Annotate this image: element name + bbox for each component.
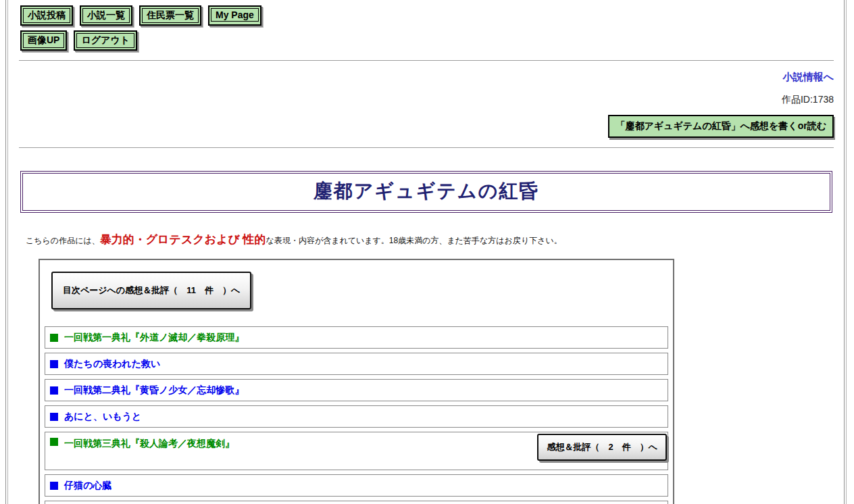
nav-button-label: ログアウト [76,33,134,48]
work-id-label: 作品ID:1738 [8,94,834,106]
warning-text-highlight: 暴力的・グロテスクおよび 性的 [100,233,266,246]
chapter-row: あにと、いもうと [45,405,668,428]
frame-border-left-outer [5,0,6,504]
header-info: 小説情報へ 作品ID:1738 「鏖都アギュギテムの紅昏」へ感想を書くor読む [8,71,845,138]
chapter-bullet-square [50,386,58,395]
main-frame: 小説投稿小説一覧住民票一覧My Page 画像UPログアウト 小説情報へ 作品I… [8,0,845,504]
chapter-row: 僕たちの喪われた救い [45,353,668,375]
divider-header-bottom [19,147,834,149]
chapter-link[interactable]: 一回戦第一典礼『外道ノ滅却／拳殺原理』 [64,332,244,344]
novel-info-link[interactable]: 小説情報へ [783,71,834,82]
nav-button[interactable]: ログアウト [74,30,137,51]
warning-text-post: な表現・内容が含まれています。18歳未満の方、また苦手な方はお戻り下さい。 [266,236,562,245]
chapter-feedback-button[interactable]: 感想＆批評（ 2 件 ）へ [537,434,667,461]
novel-title-banner: 鏖都アギュギテムの紅昏 [20,171,832,213]
nav-button-label: My Page [211,8,259,22]
nav-button[interactable]: My Page [208,5,261,26]
divider-top [19,60,834,61]
nav-button-label: 小説投稿 [23,8,70,23]
chapter-link[interactable]: 仔猫の心臓 [64,480,111,492]
nav-button-label: 画像UP [23,33,64,48]
chapter-row: 一回戦第一典礼『外道ノ滅却／拳殺原理』 [45,326,668,349]
nav-button[interactable]: 住民票一覧 [139,5,201,26]
page: { "nav": { "row1": ["小説投稿", "小説一覧", "住民票… [0,0,854,504]
chapter-link[interactable]: あにと、いもうと [64,411,141,423]
nav-button[interactable]: 画像UP [20,30,67,51]
chapter-row: 一回戦第二典礼『黄昏ノ少女／忘却惨歌』 [45,379,668,401]
chapter-row: 一回戦第三典礼『殺人論考／夜想魔剣』感想＆批評（ 2 件 ）へ [45,432,668,470]
chapter-link[interactable]: 一回戦第三典礼『殺人論考／夜想魔剣』 [64,438,234,450]
novel-title: 鏖都アギュギテムの紅昏 [313,180,540,201]
chapter-bullet-square [50,438,58,446]
write-or-read-feedback-button[interactable]: 「鏖都アギュギテムの紅昏」へ感想を書くor読む [608,115,834,138]
nav-button-label: 住民票一覧 [142,8,199,23]
chapter-list-box: 目次ページへの感想＆批評（ 11 件 ）へ 一回戦第一典礼『外道ノ滅却／拳殺原理… [39,259,674,504]
chapter-link[interactable]: 一回戦第二典礼『黄昏ノ少女／忘却惨歌』 [64,384,244,397]
chapter-bullet-square [50,360,58,368]
content-warning: こちらの作品には、暴力的・グロテスクおよび 性的な表現・内容が含まれています。1… [26,232,845,247]
chapter-bullet-square [50,413,58,421]
warning-text-pre: こちらの作品には、 [26,236,100,245]
chapter-row: 一回戦第四典礼『黙示ノ墓標／禍津天球儀』 [45,501,668,504]
nav-row-2: 画像UPログアウト [20,30,845,51]
toc-feedback-button[interactable]: 目次ページへの感想＆批評（ 11 件 ）へ [51,272,251,309]
frame-border-right-outer [846,0,847,504]
chapter-link[interactable]: 僕たちの喪われた救い [64,358,160,370]
chapter-bullet-square [50,334,58,342]
nav-button[interactable]: 小説投稿 [20,5,73,26]
chapter-bullet-square [50,482,58,490]
chapter-list: 一回戦第一典礼『外道ノ滅却／拳殺原理』僕たちの喪われた救い一回戦第二典礼『黄昏ノ… [45,326,668,504]
nav-row-1: 小説投稿小説一覧住民票一覧My Page [20,5,845,26]
nav-button-area: 小説投稿小説一覧住民票一覧My Page 画像UPログアウト [20,5,845,51]
nav-button[interactable]: 小説一覧 [80,5,132,26]
chapter-row: 仔猫の心臓 [45,474,668,497]
nav-button-label: 小説一覧 [82,8,130,23]
